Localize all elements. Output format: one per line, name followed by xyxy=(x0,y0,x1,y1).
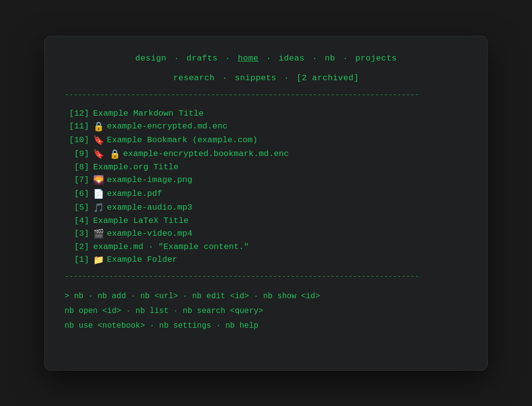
list-item[interactable]: [4] Example LaTeX Title xyxy=(65,215,467,227)
bottom-separator: ----------------------------------------… xyxy=(65,273,467,281)
nav-item-nb[interactable]: nb xyxy=(325,54,335,63)
lock-icon: 🔒 xyxy=(93,121,104,132)
command-line-2[interactable]: nb open <id> · nb list · nb search <quer… xyxy=(65,304,467,318)
top-separator: ----------------------------------------… xyxy=(65,91,467,99)
list-item[interactable]: [11] 🔒 example-encrypted.md.enc xyxy=(65,120,467,133)
file-list: [12] Example Markdown Title [11] 🔒 examp… xyxy=(65,107,467,267)
nav-item-ideas[interactable]: ideas xyxy=(279,54,305,63)
nav-item-projects[interactable]: projects xyxy=(355,54,397,63)
list-item[interactable]: [1] 📁 Example Folder xyxy=(65,253,467,267)
audio-icon: 🎵 xyxy=(93,202,104,213)
list-item[interactable]: [12] Example Markdown Title xyxy=(65,107,467,120)
image-icon: 🌄 xyxy=(93,175,104,186)
video-icon: 🎬 xyxy=(93,228,104,239)
pdf-icon: 📄 xyxy=(93,188,104,199)
nav-item-research[interactable]: research xyxy=(173,73,215,83)
bookmark-lock-icon: 🔖 🔒 xyxy=(93,149,120,159)
bookmark-icon: 🔖 xyxy=(93,135,104,146)
list-item[interactable]: [8] Example.org Title xyxy=(65,161,467,173)
list-item[interactable]: [9] 🔖 🔒 example-encrypted.bookmark.md.en… xyxy=(65,147,467,161)
list-item[interactable]: [6] 📄 example.pdf xyxy=(65,187,467,201)
command-line-3[interactable]: nb use <notebook> · nb settings · nb hel… xyxy=(65,318,467,333)
nav-item-home[interactable]: home xyxy=(238,54,259,63)
nav-item-design[interactable]: design xyxy=(135,54,166,63)
list-item[interactable]: [2] example.md · "Example content." xyxy=(65,241,467,253)
list-item[interactable]: [7] 🌄 example-image.png xyxy=(65,173,467,187)
nav-row-2: research · snippets · [2 archived] xyxy=(65,71,467,86)
command-area: > nb · nb add · nb <url> · nb edit <id> … xyxy=(65,289,467,334)
folder-icon: 📁 xyxy=(93,254,104,265)
nav-item-snippets[interactable]: snippets xyxy=(235,73,276,83)
command-line-1[interactable]: > nb · nb add · nb <url> · nb edit <id> … xyxy=(65,289,467,304)
nav-item-drafts[interactable]: drafts xyxy=(187,54,218,63)
terminal-window: design · drafts · home · ideas · nb · pr… xyxy=(44,36,488,371)
list-item[interactable]: [3] 🎬 example-video.mp4 xyxy=(65,227,467,241)
list-item[interactable]: [5] 🎵 example-audio.mp3 xyxy=(65,201,467,215)
nav-item-archived[interactable]: [2 archived] xyxy=(297,73,359,83)
list-item[interactable]: [10] 🔖 Example Bookmark (example.com) xyxy=(65,133,467,147)
nav-row-1: design · drafts · home · ideas · nb · pr… xyxy=(65,51,467,66)
